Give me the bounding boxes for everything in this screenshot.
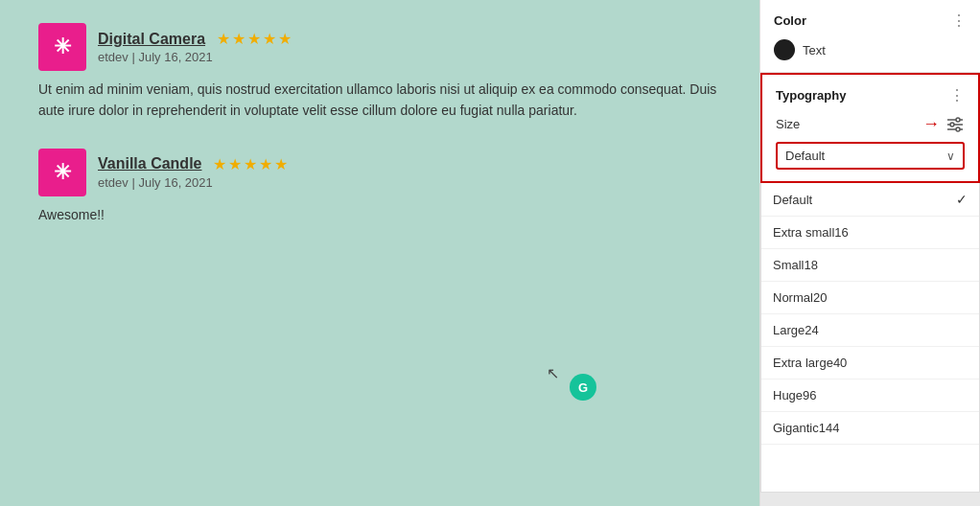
review-product-name[interactable]: Digital Camera [98,31,205,48]
star: ★ [263,30,276,48]
item-size: 24 [805,323,818,337]
svg-point-5 [956,127,960,131]
content-area: ✳ Digital Camera ★ ★ ★ ★ ★ etdev | [0,0,759,506]
review-body: Awesome!! [38,204,721,225]
item-name: Huge [773,388,803,402]
star: ★ [247,30,261,48]
scroll-indicator [760,493,980,506]
review-meta: etdev | July 16, 2021 [98,175,288,190]
dropdown-item-default[interactable]: Default ✓ [761,183,979,217]
review-header: ✳ Digital Camera ★ ★ ★ ★ ★ etdev | [38,23,721,71]
sliders-icon[interactable] [945,117,965,132]
item-size: 20 [813,290,827,305]
dropdown-item-huge[interactable]: Huge96 [761,380,979,412]
review-meta: etdev | July 16, 2021 [98,50,292,64]
star: ★ [228,155,242,173]
item-name: Large [773,323,805,337]
typography-section-title: Typography [776,88,846,103]
chevron-down-icon: ∨ [946,150,955,163]
item-text: Large24 [773,323,819,337]
item-name: Small [773,258,805,272]
size-controls: → [922,114,965,134]
review-title-block: Digital Camera ★ ★ ★ ★ ★ etdev | July 16… [98,30,292,64]
dropdown-item-normal[interactable]: Normal20 [761,282,979,314]
item-size: 96 [803,388,816,402]
color-swatch[interactable] [774,39,795,60]
star: ★ [213,155,226,173]
item-size: 16 [834,225,848,240]
red-arrow-size: → [922,114,940,134]
item-name: Normal [773,290,813,305]
typography-menu-icon[interactable]: ⋮ [949,86,965,104]
dropdown-field[interactable]: Default ∨ [776,142,965,170]
star: ★ [232,30,245,48]
section-header: Color ⋮ [774,12,967,30]
item-text: Default [773,193,812,207]
item-size: 144 [819,421,840,435]
star: ★ [217,30,230,48]
dropdown-item-extralarge[interactable]: Extra large40 [761,347,979,380]
size-row: Size → [776,114,965,134]
avatar: ✳ [38,23,86,71]
item-name: Extra large [773,356,833,370]
item-text: Extra large40 [773,356,847,370]
cursor: ↖ [547,364,558,381]
review-product-name[interactable]: Vanilla Candle [98,155,201,172]
stars: ★ ★ ★ ★ ★ [213,155,288,173]
color-row: Text [774,39,967,60]
avatar-icon: ✳ [54,34,71,59]
dropdown-item-extrasmall[interactable]: Extra small16 [761,217,979,249]
svg-point-1 [956,118,960,122]
dropdown-value: Default [785,149,825,163]
color-section: Color ⋮ Text [760,0,980,73]
grammarly-icon: G [570,374,596,401]
item-name: Gigantic [773,421,819,435]
star: ★ [244,155,257,173]
review-title-block: Vanilla Candle ★ ★ ★ ★ ★ etdev | July 16… [98,155,288,190]
item-text: Small18 [773,258,818,272]
color-menu-icon[interactable]: ⋮ [951,12,967,30]
review-header: ✳ Vanilla Candle ★ ★ ★ ★ ★ etdev | [38,149,721,196]
star: ★ [259,155,272,173]
color-label: Text [803,43,826,58]
review-body: Ut enim ad minim veniam, quis nostrud ex… [38,79,721,122]
size-label: Size [776,117,800,131]
avatar-icon: ✳ [54,160,71,185]
review-item: ✳ Vanilla Candle ★ ★ ★ ★ ★ etdev | [38,149,721,225]
item-name: Extra small [773,225,834,240]
typography-header: Typography ⋮ [776,86,965,104]
sidebar: Color ⋮ Text Typography ⋮ Size → [759,0,980,506]
svg-point-3 [950,123,954,126]
star: ★ [274,155,288,173]
item-text: Huge96 [773,388,817,402]
star: ★ [278,30,292,48]
item-name: Default [773,193,812,207]
item-size: 18 [805,258,818,272]
color-section-title: Color [774,13,806,28]
item-size: 40 [833,356,847,370]
check-icon: ✓ [956,192,968,207]
dropdown-item-small[interactable]: Small18 [761,249,979,282]
dropdown-list[interactable]: Default ✓ Extra small16 Small18 Normal20… [760,183,980,493]
review-item: ✳ Digital Camera ★ ★ ★ ★ ★ etdev | [38,23,721,122]
dropdown-item-gigantic[interactable]: Gigantic144 [761,412,979,445]
item-text: Extra small16 [773,225,849,240]
item-text: Gigantic144 [773,421,839,435]
stars: ★ ★ ★ ★ ★ [217,30,292,48]
dropdown-wrapper: → Default ∨ [776,142,965,170]
avatar: ✳ [38,149,86,196]
item-text: Normal20 [773,290,827,305]
typography-section: Typography ⋮ Size → → [760,73,980,183]
dropdown-item-large[interactable]: Large24 [761,314,979,347]
